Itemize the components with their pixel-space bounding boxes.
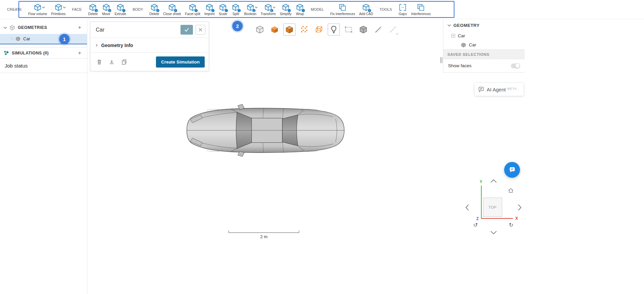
tool-face-delete[interactable]: × Delete — [86, 2, 100, 17]
delete-geometry-button[interactable] — [94, 57, 104, 67]
shaded-edges-view-button[interactable] — [283, 24, 295, 36]
chevron-down-icon — [3, 27, 7, 29]
download-geometry-button[interactable] — [107, 57, 116, 67]
nav-rotate-down-button[interactable] — [490, 231, 497, 235]
measure-button[interactable] — [372, 24, 384, 36]
tool-extrude[interactable]: ↑ Extrude — [113, 2, 128, 17]
rotate-cw-button[interactable]: ↻ — [509, 222, 513, 228]
tool-flow-volume[interactable]: Flow volume — [26, 2, 49, 17]
copy-geometry-button[interactable] — [119, 57, 129, 67]
gaps-icon — [398, 3, 407, 12]
tool-imprint[interactable]: ▪ Imprint — [202, 2, 217, 17]
boolean-icon: ∪ — [246, 3, 255, 12]
nav-cube-top-face[interactable]: TOP — [483, 198, 502, 217]
imprint-icon: ▪ — [205, 3, 214, 12]
tool-interferences[interactable]: Interferences — [409, 2, 433, 17]
chevron-down-icon — [42, 6, 45, 8]
solid-body-select-button[interactable] — [357, 24, 369, 36]
chevron-right-icon — [96, 44, 98, 47]
toggle-knob — [515, 63, 520, 68]
wrap-icon: ~ — [295, 3, 304, 12]
saved-selections-header[interactable]: SAVED SELECTIONS — [443, 49, 525, 59]
scale-bar-label: 2 m — [229, 234, 299, 239]
nav-rotate-left-button[interactable] — [466, 204, 469, 211]
geometries-section-header[interactable]: GEOMETRIES + — [0, 23, 87, 33]
job-status-section[interactable]: Job status — [0, 58, 87, 73]
nav-rotate-up-button[interactable] — [490, 179, 497, 183]
box-select-icon — [344, 25, 353, 34]
x-axis-line — [482, 218, 513, 219]
tool-primitives[interactable]: Primitives — [49, 2, 68, 17]
panel-resize-handle[interactable] — [440, 57, 442, 63]
wireframe-cube-icon — [315, 25, 323, 34]
box-select-button[interactable] — [343, 24, 355, 36]
lighting-button[interactable] — [328, 24, 340, 36]
add-geometry-button[interactable]: + — [76, 25, 84, 31]
nav-rotate-right-button[interactable] — [518, 204, 521, 211]
tool-body-delete[interactable]: × Delete — [148, 2, 161, 17]
simulations-icon — [3, 50, 9, 56]
home-view-button[interactable] — [508, 187, 514, 194]
primitives-icon — [54, 3, 63, 12]
vertices-icon — [300, 25, 309, 34]
tool-close-sheet[interactable]: + Close sheet — [161, 2, 183, 17]
show-faces-row: Show faces — [443, 59, 525, 72]
extrude-icon: ↑ — [116, 3, 125, 12]
transparent-view-button[interactable] — [254, 24, 266, 36]
delete-body-icon: × — [150, 3, 159, 12]
tree-item-car-body[interactable]: Car — [443, 40, 525, 49]
tool-move[interactable]: ↗ Move — [100, 2, 113, 17]
ai-label: AI — [396, 33, 398, 35]
geometry-tree-header[interactable]: GEOMETRY — [443, 19, 525, 31]
tool-boolean[interactable]: ∪ Boolean — [242, 2, 258, 17]
wireframe-view-button[interactable] — [313, 24, 325, 36]
scale-bar: 2 m — [229, 230, 299, 239]
shaded-view-button[interactable] — [269, 24, 281, 36]
simulations-section-header[interactable]: SIMULATIONS (0) + — [0, 47, 87, 58]
tool-transform[interactable]: ↻ Transform — [258, 2, 278, 17]
move-face-icon: ↗ — [102, 3, 111, 12]
show-faces-toggle[interactable] — [511, 64, 520, 68]
flow-volume-icon — [33, 3, 42, 12]
left-sidebar: GEOMETRIES + Car SIMULATIONS (0) + Job s… — [0, 19, 87, 294]
tool-fix-interferences[interactable]: Fix interferences — [328, 2, 357, 17]
tool-gaps[interactable]: Gaps — [396, 2, 409, 17]
annotation-step-2-badge: 2 — [232, 21, 243, 31]
vertices-view-button[interactable] — [298, 24, 310, 36]
create-simulation-button[interactable]: Create Simulation — [156, 56, 205, 68]
tool-split[interactable]: / Split — [229, 2, 242, 17]
transform-icon: ↻ — [264, 3, 273, 12]
group-label-model: MODEL — [311, 7, 324, 11]
z-axis-label: Z — [476, 216, 479, 221]
collapse-icon[interactable] — [451, 34, 455, 38]
detail-panel-header: Car — [90, 22, 209, 38]
group-label-face: FACE — [72, 7, 82, 11]
close-sheet-icon: + — [168, 3, 176, 12]
ai-agent-button[interactable]: AI Agent BETA — [475, 83, 524, 96]
accept-button[interactable] — [180, 25, 193, 35]
tool-add-cad[interactable]: + Add CAD — [357, 2, 375, 17]
tool-facet-split[interactable]: / Facet split — [183, 2, 202, 17]
geometries-icon — [9, 25, 15, 31]
tool-scale[interactable]: ↕ Scale — [216, 2, 229, 17]
gray-cube-icon — [359, 25, 368, 34]
messenger-icon — [509, 166, 516, 174]
car-model-top-view[interactable] — [182, 93, 347, 168]
facet-split-icon: / — [188, 3, 197, 12]
tool-simplify[interactable]: ✓ Simplify — [278, 2, 293, 17]
copy-icon — [121, 59, 127, 65]
geometry-info-section[interactable]: Geometry Info — [90, 38, 209, 52]
close-button[interactable] — [196, 25, 205, 35]
sidebar-item-car[interactable]: Car — [0, 34, 87, 44]
add-simulation-button[interactable]: + — [76, 50, 84, 56]
download-icon — [109, 59, 115, 65]
detail-panel-footer: Create Simulation — [90, 53, 209, 71]
chevron-down-icon — [63, 6, 66, 8]
support-chat-button[interactable] — [504, 162, 520, 178]
fix-interferences-icon — [338, 3, 347, 12]
rotate-ccw-button[interactable]: ↺ — [473, 222, 478, 228]
add-cad-icon: + — [362, 3, 370, 12]
tree-item-car-root[interactable]: Car — [443, 31, 525, 40]
group-label-body: BODY — [132, 7, 143, 11]
tool-wrap[interactable]: ~ Wrap — [293, 2, 306, 17]
